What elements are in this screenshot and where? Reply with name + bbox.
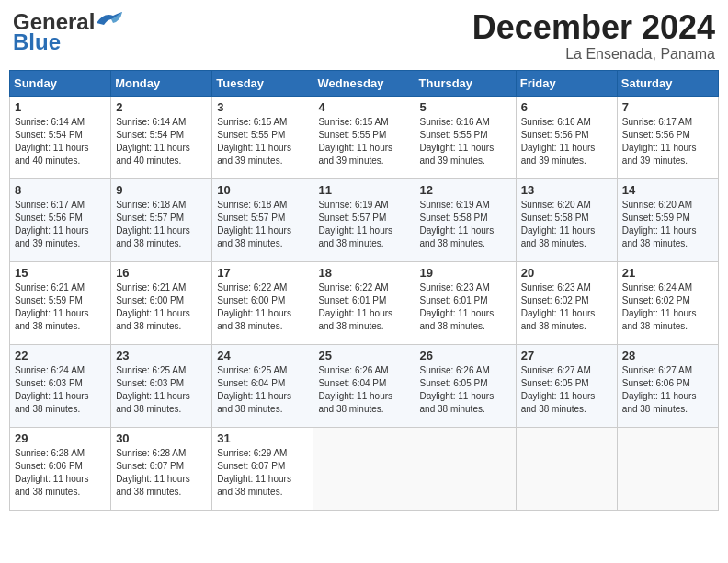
calendar-day-19: 19Sunrise: 6:23 AM Sunset: 6:01 PM Dayli… xyxy=(415,261,516,344)
day-number: 30 xyxy=(116,431,207,445)
day-number: 10 xyxy=(217,183,308,197)
calendar-day-12: 12Sunrise: 6:19 AM Sunset: 5:58 PM Dayli… xyxy=(415,178,516,261)
calendar-day-21: 21Sunrise: 6:24 AM Sunset: 6:02 PM Dayli… xyxy=(617,261,718,344)
calendar-week-4: 22Sunrise: 6:24 AM Sunset: 6:03 PM Dayli… xyxy=(10,344,719,427)
day-number: 31 xyxy=(217,431,308,445)
calendar-day-10: 10Sunrise: 6:18 AM Sunset: 5:57 PM Dayli… xyxy=(212,178,313,261)
day-info: Sunrise: 6:25 AM Sunset: 6:03 PM Dayligh… xyxy=(116,364,207,416)
day-info: Sunrise: 6:14 AM Sunset: 5:54 PM Dayligh… xyxy=(116,116,207,167)
calendar-day-18: 18Sunrise: 6:22 AM Sunset: 6:01 PM Dayli… xyxy=(313,261,415,344)
day-info: Sunrise: 6:17 AM Sunset: 5:56 PM Dayligh… xyxy=(15,199,106,250)
title-block: December 2024 La Ensenada, Panama xyxy=(472,9,715,63)
day-number: 18 xyxy=(318,266,409,280)
day-info: Sunrise: 6:28 AM Sunset: 6:06 PM Dayligh… xyxy=(15,447,106,499)
logo-bird-icon xyxy=(97,12,124,32)
day-number: 5 xyxy=(420,100,511,114)
day-number: 12 xyxy=(420,183,511,197)
day-header-monday: Monday xyxy=(111,70,212,96)
day-info: Sunrise: 6:24 AM Sunset: 6:02 PM Dayligh… xyxy=(622,282,713,333)
calendar-header-row: SundayMondayTuesdayWednesdayThursdayFrid… xyxy=(10,70,719,96)
day-info: Sunrise: 6:26 AM Sunset: 6:04 PM Dayligh… xyxy=(318,364,409,416)
day-header-friday: Friday xyxy=(516,70,617,96)
day-info: Sunrise: 6:27 AM Sunset: 6:06 PM Dayligh… xyxy=(622,364,713,416)
day-info: Sunrise: 6:17 AM Sunset: 5:56 PM Dayligh… xyxy=(622,116,713,167)
day-info: Sunrise: 6:20 AM Sunset: 5:58 PM Dayligh… xyxy=(521,199,612,250)
day-info: Sunrise: 6:19 AM Sunset: 5:58 PM Dayligh… xyxy=(420,199,511,250)
calendar-day-2: 2Sunrise: 6:14 AM Sunset: 5:54 PM Daylig… xyxy=(111,96,212,178)
calendar-day-14: 14Sunrise: 6:20 AM Sunset: 5:59 PM Dayli… xyxy=(617,178,718,261)
day-info: Sunrise: 6:15 AM Sunset: 5:55 PM Dayligh… xyxy=(217,116,308,167)
calendar-day-7: 7Sunrise: 6:17 AM Sunset: 5:56 PM Daylig… xyxy=(617,96,718,178)
day-info: Sunrise: 6:21 AM Sunset: 6:00 PM Dayligh… xyxy=(116,282,207,333)
day-header-tuesday: Tuesday xyxy=(212,70,313,96)
day-number: 7 xyxy=(622,100,713,114)
day-info: Sunrise: 6:29 AM Sunset: 6:07 PM Dayligh… xyxy=(217,447,308,499)
day-number: 1 xyxy=(15,100,106,114)
day-info: Sunrise: 6:22 AM Sunset: 6:01 PM Dayligh… xyxy=(318,282,409,333)
calendar-day-30: 30Sunrise: 6:28 AM Sunset: 6:07 PM Dayli… xyxy=(111,427,212,510)
calendar-day-25: 25Sunrise: 6:26 AM Sunset: 6:04 PM Dayli… xyxy=(313,344,415,427)
day-number: 22 xyxy=(15,349,106,362)
day-info: Sunrise: 6:18 AM Sunset: 5:57 PM Dayligh… xyxy=(217,199,308,250)
day-number: 17 xyxy=(217,266,308,280)
day-number: 11 xyxy=(318,183,409,197)
calendar-day-23: 23Sunrise: 6:25 AM Sunset: 6:03 PM Dayli… xyxy=(111,344,212,427)
day-info: Sunrise: 6:27 AM Sunset: 6:05 PM Dayligh… xyxy=(521,364,612,416)
location: La Ensenada, Panama xyxy=(472,46,715,63)
day-number: 21 xyxy=(622,266,713,280)
month-title: December 2024 xyxy=(472,9,715,46)
calendar-day-24: 24Sunrise: 6:25 AM Sunset: 6:04 PM Dayli… xyxy=(212,344,313,427)
day-number: 19 xyxy=(420,266,511,280)
day-header-thursday: Thursday xyxy=(415,70,516,96)
calendar-day-28: 28Sunrise: 6:27 AM Sunset: 6:06 PM Dayli… xyxy=(617,344,718,427)
day-info: Sunrise: 6:25 AM Sunset: 6:04 PM Dayligh… xyxy=(217,364,308,416)
day-info: Sunrise: 6:19 AM Sunset: 5:57 PM Dayligh… xyxy=(318,199,409,250)
calendar-day-11: 11Sunrise: 6:19 AM Sunset: 5:57 PM Dayli… xyxy=(313,178,415,261)
day-header-sunday: Sunday xyxy=(10,70,111,96)
day-number: 9 xyxy=(116,183,207,197)
day-number: 28 xyxy=(622,349,713,362)
calendar-day-31: 31Sunrise: 6:29 AM Sunset: 6:07 PM Dayli… xyxy=(212,427,313,510)
logo-blue-text: Blue xyxy=(13,29,61,55)
day-info: Sunrise: 6:21 AM Sunset: 5:59 PM Dayligh… xyxy=(15,282,106,333)
calendar-day-6: 6Sunrise: 6:16 AM Sunset: 5:56 PM Daylig… xyxy=(516,96,617,178)
calendar-day-26: 26Sunrise: 6:26 AM Sunset: 6:05 PM Dayli… xyxy=(415,344,516,427)
calendar-table: SundayMondayTuesdayWednesdayThursdayFrid… xyxy=(9,70,719,511)
calendar-week-3: 15Sunrise: 6:21 AM Sunset: 5:59 PM Dayli… xyxy=(10,261,719,344)
day-number: 20 xyxy=(521,266,612,280)
day-number: 29 xyxy=(15,431,106,445)
page-header: General Blue December 2024 La Ensenada, … xyxy=(9,9,719,63)
day-number: 3 xyxy=(217,100,308,114)
day-info: Sunrise: 6:28 AM Sunset: 6:07 PM Dayligh… xyxy=(116,447,207,499)
day-info: Sunrise: 6:16 AM Sunset: 5:55 PM Dayligh… xyxy=(420,116,511,167)
calendar-day-16: 16Sunrise: 6:21 AM Sunset: 6:00 PM Dayli… xyxy=(111,261,212,344)
day-number: 14 xyxy=(622,183,713,197)
calendar-day-1: 1Sunrise: 6:14 AM Sunset: 5:54 PM Daylig… xyxy=(10,96,111,178)
day-number: 26 xyxy=(420,349,511,362)
day-number: 15 xyxy=(15,266,106,280)
day-info: Sunrise: 6:18 AM Sunset: 5:57 PM Dayligh… xyxy=(116,199,207,250)
day-number: 25 xyxy=(318,349,409,362)
day-info: Sunrise: 6:20 AM Sunset: 5:59 PM Dayligh… xyxy=(622,199,713,250)
logo: General Blue xyxy=(13,9,124,55)
day-number: 16 xyxy=(116,266,207,280)
day-info: Sunrise: 6:23 AM Sunset: 6:02 PM Dayligh… xyxy=(521,282,612,333)
day-info: Sunrise: 6:24 AM Sunset: 6:03 PM Dayligh… xyxy=(15,364,106,416)
calendar-day-22: 22Sunrise: 6:24 AM Sunset: 6:03 PM Dayli… xyxy=(10,344,111,427)
calendar-empty-cell xyxy=(313,427,415,510)
calendar-day-29: 29Sunrise: 6:28 AM Sunset: 6:06 PM Dayli… xyxy=(10,427,111,510)
calendar-week-1: 1Sunrise: 6:14 AM Sunset: 5:54 PM Daylig… xyxy=(10,96,719,178)
day-number: 6 xyxy=(521,100,612,114)
day-info: Sunrise: 6:22 AM Sunset: 6:00 PM Dayligh… xyxy=(217,282,308,333)
calendar-day-17: 17Sunrise: 6:22 AM Sunset: 6:00 PM Dayli… xyxy=(212,261,313,344)
day-number: 4 xyxy=(318,100,409,114)
day-number: 27 xyxy=(521,349,612,362)
day-info: Sunrise: 6:15 AM Sunset: 5:55 PM Dayligh… xyxy=(318,116,409,167)
calendar-day-5: 5Sunrise: 6:16 AM Sunset: 5:55 PM Daylig… xyxy=(415,96,516,178)
day-header-saturday: Saturday xyxy=(617,70,718,96)
calendar-day-15: 15Sunrise: 6:21 AM Sunset: 5:59 PM Dayli… xyxy=(10,261,111,344)
calendar-day-27: 27Sunrise: 6:27 AM Sunset: 6:05 PM Dayli… xyxy=(516,344,617,427)
day-number: 2 xyxy=(116,100,207,114)
calendar-week-2: 8Sunrise: 6:17 AM Sunset: 5:56 PM Daylig… xyxy=(10,178,719,261)
day-number: 23 xyxy=(116,349,207,362)
